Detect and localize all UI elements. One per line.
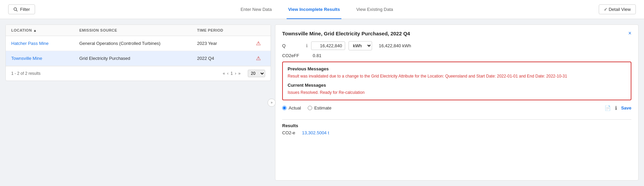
q-field-row: Q ℹ 16,422,840 kWh MWh GWh 16,422,840 kW… — [282, 41, 631, 50]
results-title: Results — [282, 123, 631, 128]
page-size-dropdown[interactable]: 20 50 100 — [248, 70, 265, 77]
messages-box: Previous Messages Result was invalidated… — [282, 62, 631, 100]
q-result: 16,422,840 kWh — [379, 43, 411, 48]
left-panel: LOCATION ▲ EMISSION SOURCE TIME PERIOD H… — [5, 24, 271, 81]
warning-icon-townsville: ⚠ — [252, 55, 265, 62]
table-body: Hatcher Pass Mine General Operations (Co… — [6, 36, 271, 66]
tab-view-incomplete-results[interactable]: View Incomplete Results — [287, 0, 341, 19]
q-value-input[interactable]: 16,422,840 — [311, 41, 345, 50]
col-location: LOCATION ▲ — [11, 28, 79, 32]
time-period-hatcher: 2023 Year — [197, 41, 252, 46]
previous-messages-title: Previous Messages — [288, 66, 626, 71]
pagination: « ‹ 1 › » 20 50 100 — [223, 70, 265, 77]
page-size-select[interactable]: 20 50 100 — [248, 70, 265, 77]
detail-view-button[interactable]: ✓ Detail View — [599, 4, 636, 14]
radio-row: Actual Estimate — [282, 105, 332, 111]
table-footer: 1 - 2 of 2 results « ‹ 1 › » 20 50 100 — [6, 66, 271, 81]
actual-radio-label[interactable]: Actual — [282, 105, 301, 111]
top-bar: Filter Enter New Data View Incomplete Re… — [0, 0, 644, 19]
sort-arrow-icon[interactable]: ▲ — [33, 29, 37, 32]
left-wrapper: LOCATION ▲ EMISSION SOURCE TIME PERIOD H… — [5, 24, 271, 181]
co2eff-value: 0.81 — [313, 53, 321, 58]
detail-view-label: ✓ Detail View — [604, 7, 631, 12]
q-label: Q — [282, 43, 303, 48]
emission-source-townsville: Grid Electricity Purchased — [79, 56, 197, 61]
previous-message-text: Result was invalidated due to a change t… — [288, 73, 626, 79]
info-icon-button[interactable]: ℹ — [615, 105, 617, 111]
q-info-icon[interactable]: ℹ — [306, 43, 308, 48]
pagination-prev[interactable]: ‹ — [227, 71, 228, 76]
table-row[interactable]: Hatcher Pass Mine General Operations (Co… — [6, 36, 271, 51]
col-time-period: TIME PERIOD — [197, 28, 252, 32]
emission-source-hatcher: General Operations (Controlled Turbines) — [79, 41, 197, 46]
table-header: LOCATION ▲ EMISSION SOURCE TIME PERIOD — [6, 25, 271, 36]
pagination-page: 1 — [230, 71, 233, 76]
co2eff-row: CO2eFF 0.81 — [282, 53, 631, 58]
main-content: LOCATION ▲ EMISSION SOURCE TIME PERIOD H… — [0, 19, 644, 186]
current-messages-title: Current Messages — [288, 83, 626, 88]
pagination-next[interactable]: › — [235, 71, 236, 76]
filter-label: Filter — [20, 7, 30, 12]
tabs: Enter New Data View Incomplete Results V… — [239, 0, 395, 19]
q-unit-select[interactable]: kWh MWh GWh — [349, 41, 372, 50]
svg-line-1 — [16, 10, 18, 11]
pagination-next-double[interactable]: » — [238, 71, 241, 76]
current-message-text: Issues Resolved. Ready for Re-calculatio… — [288, 90, 626, 96]
tab-view-existing-data[interactable]: View Existing Data — [355, 0, 395, 19]
co2e-label: CO2-e — [282, 130, 295, 135]
co2eff-label: CO2eFF — [282, 53, 299, 58]
pagination-prev-double[interactable]: « — [223, 71, 225, 76]
estimate-radio[interactable] — [308, 106, 312, 110]
filter-button[interactable]: Filter — [8, 4, 35, 14]
actual-label: Actual — [289, 105, 301, 111]
document-icon-button[interactable]: 📄 — [605, 105, 611, 111]
search-icon — [13, 7, 18, 12]
col-status — [252, 28, 265, 32]
estimate-radio-label[interactable]: Estimate — [308, 105, 332, 111]
panel-title: Townsville Mine, Grid Electricity Purcha… — [282, 31, 410, 36]
results-section: Results CO2-e 13,302.5004 t — [282, 123, 631, 135]
time-period-townsville: 2022 Q4 — [197, 56, 252, 61]
save-button[interactable]: Save — [621, 105, 631, 111]
close-button[interactable]: × — [628, 30, 631, 36]
pagination-spacer — [245, 71, 246, 76]
save-row: 📄 ℹ Save — [605, 105, 631, 111]
col-emission-source: EMISSION SOURCE — [79, 28, 197, 32]
results-row: CO2-e 13,302.5004 t — [282, 130, 631, 135]
svg-point-0 — [14, 7, 17, 10]
actual-radio[interactable] — [282, 106, 287, 110]
estimate-label: Estimate — [314, 105, 332, 111]
tab-enter-new-data[interactable]: Enter New Data — [239, 0, 273, 19]
location-hatcher[interactable]: Hatcher Pass Mine — [11, 41, 79, 46]
location-townsville[interactable]: Townsville Mine — [11, 56, 79, 61]
table-row[interactable]: Townsville Mine Grid Electricity Purchas… — [6, 51, 271, 66]
panel-title-row: Townsville Mine, Grid Electricity Purcha… — [282, 30, 631, 36]
warning-icon-hatcher: ⚠ — [252, 40, 265, 47]
collapse-button[interactable]: » — [268, 99, 276, 107]
divider — [282, 119, 631, 120]
right-panel: Townsville Mine, Grid Electricity Purcha… — [275, 24, 639, 181]
results-summary: 1 - 2 of 2 results — [11, 71, 41, 76]
radio-save-row: Actual Estimate 📄 ℹ Save — [282, 105, 631, 116]
co2e-value: 13,302.5004 t — [302, 130, 329, 135]
